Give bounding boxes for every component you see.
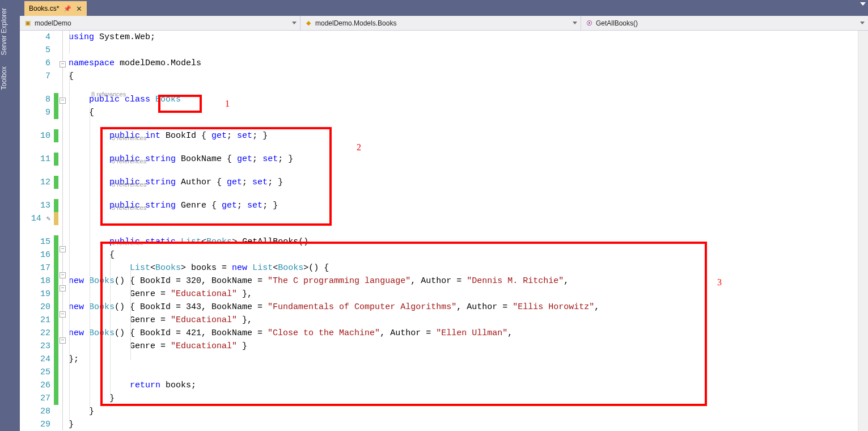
line-number: 9 <box>20 106 50 119</box>
codelens[interactable]: 1 reference <box>112 236 143 245</box>
member-dropdown-value: GetAllBooks() <box>596 19 638 27</box>
code-line[interactable]: new Books() { BookId = 343, BookName = "… <box>69 301 858 314</box>
type-dropdown[interactable]: ◆ modelDemo.Models.Books <box>300 16 581 30</box>
chevron-down-icon <box>860 22 865 24</box>
code-line[interactable]: } <box>69 418 858 431</box>
change-margin <box>54 31 58 431</box>
edit-indicator-icon: ✎ <box>46 215 50 223</box>
type-dropdown-value: modelDemo.Models.Books <box>315 19 396 27</box>
code-line[interactable]: return books; <box>69 379 858 392</box>
line-number: 23 <box>20 340 50 353</box>
server-explorer-tab[interactable]: Server Explorer <box>0 2 20 61</box>
code-line[interactable]: }; <box>69 353 858 366</box>
code-surface[interactable]: 8 references 3 references 3 references 3… <box>69 31 858 431</box>
code-line[interactable]: new Books() { BookId = 421, BookName = "… <box>69 327 858 340</box>
document-tab[interactable]: Books.cs* 📌 ✕ <box>24 1 87 16</box>
annotation-label-3: 3 <box>717 276 722 289</box>
codelens[interactable]: 3 references <box>112 201 146 210</box>
code-line[interactable] <box>69 212 858 225</box>
code-line[interactable]: { <box>69 70 858 83</box>
line-number: 17 <box>20 261 50 274</box>
line-number: 22 <box>20 327 50 340</box>
annotation-label-2: 2 <box>357 141 361 154</box>
csharp-project-icon: ▣ <box>23 19 32 28</box>
line-number: 25 <box>20 366 50 379</box>
code-line[interactable] <box>69 366 858 379</box>
outlining-margin <box>58 31 69 431</box>
tab-overflow-icon[interactable] <box>860 2 866 6</box>
code-line[interactable]: { <box>69 106 858 119</box>
line-number: 6 <box>20 57 50 70</box>
navigation-bar: ▣ modelDemo ◆ modelDemo.Models.Books ⦿ G… <box>20 16 868 31</box>
code-line[interactable]: public int BookId { get; set; } <box>69 129 858 142</box>
project-dropdown-value: modelDemo <box>35 19 71 27</box>
code-line[interactable]: } <box>69 405 858 418</box>
close-icon[interactable]: ✕ <box>76 5 82 13</box>
code-line[interactable]: new Books() { BookId = 320, BookName = "… <box>69 274 858 288</box>
fold-toggle[interactable] <box>60 337 66 344</box>
fold-toggle[interactable] <box>60 285 66 291</box>
code-line[interactable]: Genre = "Educational" } <box>69 340 858 353</box>
line-number: 4 <box>20 31 50 44</box>
code-line[interactable]: public class Books <box>69 93 858 106</box>
document-tab-strip: Books.cs* 📌 ✕ <box>20 0 868 16</box>
pin-icon[interactable]: 📌 <box>63 5 71 12</box>
code-line[interactable]: using System.Web; <box>69 31 858 44</box>
line-number: 29 <box>20 418 50 431</box>
code-line[interactable] <box>69 44 858 57</box>
codelens[interactable]: 3 references <box>112 155 146 163</box>
project-dropdown[interactable]: ▣ modelDemo <box>20 16 300 30</box>
line-number: 18 <box>20 274 50 288</box>
code-editor[interactable]: 4567891011121314 ✎1516171819202122232425… <box>20 31 868 431</box>
fold-toggle[interactable] <box>60 61 66 67</box>
codelens[interactable]: 3 references <box>112 132 146 140</box>
line-number: 24 <box>20 353 50 366</box>
code-line[interactable]: public string BookName { get; set; } <box>69 153 858 166</box>
line-number: 14 ✎ <box>20 212 50 225</box>
chevron-down-icon <box>292 22 297 24</box>
method-icon: ⦿ <box>585 19 594 28</box>
code-line[interactable]: public static List<Books> GetAllBooks() <box>69 235 858 248</box>
line-number: 16 <box>20 248 50 261</box>
line-number: 27 <box>20 392 50 405</box>
document-tab-title: Books.cs* <box>29 5 59 12</box>
line-number: 20 <box>20 301 50 314</box>
line-number: 12 <box>20 176 50 189</box>
line-number: 10 <box>20 129 50 142</box>
line-number: 8 <box>20 93 50 106</box>
fold-toggle[interactable] <box>60 246 66 252</box>
line-number: 15 <box>20 235 50 248</box>
line-number: 21 <box>20 314 50 327</box>
line-number: 11 <box>20 153 50 166</box>
code-line[interactable]: namespace modelDemo.Models <box>69 57 858 70</box>
line-number: 7 <box>20 70 50 83</box>
member-dropdown[interactable]: ⦿ GetAllBooks() <box>581 16 868 30</box>
vertical-scrollbar[interactable] <box>858 31 868 431</box>
line-number-gutter: 4567891011121314 ✎1516171819202122232425… <box>20 31 54 431</box>
fold-toggle[interactable] <box>60 311 66 318</box>
line-number: 5 <box>20 44 50 57</box>
class-icon: ◆ <box>304 19 313 28</box>
fold-toggle[interactable] <box>60 272 66 278</box>
line-number: 26 <box>20 379 50 392</box>
line-number: 19 <box>20 288 50 301</box>
code-line[interactable]: public string Genre { get; set; } <box>69 199 858 212</box>
code-line[interactable]: List<Books> books = new List<Books>() { <box>69 261 858 274</box>
fold-toggle[interactable] <box>60 98 66 104</box>
code-line[interactable]: Genre = "Educational" }, <box>69 288 858 301</box>
line-number: 28 <box>20 405 50 418</box>
toolbox-tab[interactable]: Toolbox <box>0 61 20 95</box>
side-panel-tabs: Server Explorer Toolbox <box>0 0 20 431</box>
codelens[interactable]: 3 references <box>112 178 146 187</box>
code-line[interactable]: } <box>69 392 858 405</box>
codelens[interactable]: 8 references <box>91 88 126 96</box>
code-line[interactable]: Genre = "Educational" }, <box>69 314 858 327</box>
code-line[interactable]: public string Author { get; set; } <box>69 176 858 189</box>
annotation-label-1: 1 <box>225 97 230 110</box>
line-number: 13 <box>20 199 50 212</box>
chevron-down-icon <box>573 22 577 24</box>
code-line[interactable]: { <box>69 248 858 261</box>
